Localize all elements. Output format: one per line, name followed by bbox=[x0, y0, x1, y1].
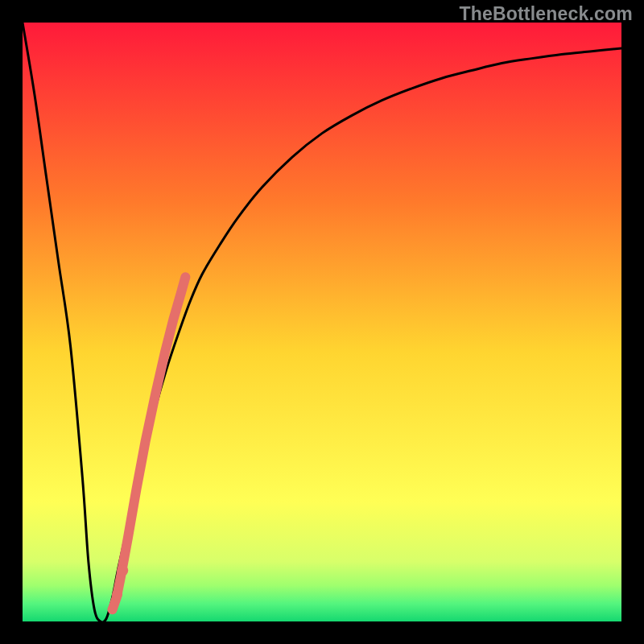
watermark-text: TheBottleneck.com bbox=[459, 3, 633, 25]
dot bbox=[112, 589, 122, 600]
chart-svg bbox=[23, 23, 621, 621]
gradient-background bbox=[23, 23, 621, 621]
dot bbox=[117, 565, 128, 576]
plot-area bbox=[23, 23, 621, 621]
chart-stage: TheBottleneck.com bbox=[0, 0, 644, 644]
dot bbox=[108, 605, 118, 614]
